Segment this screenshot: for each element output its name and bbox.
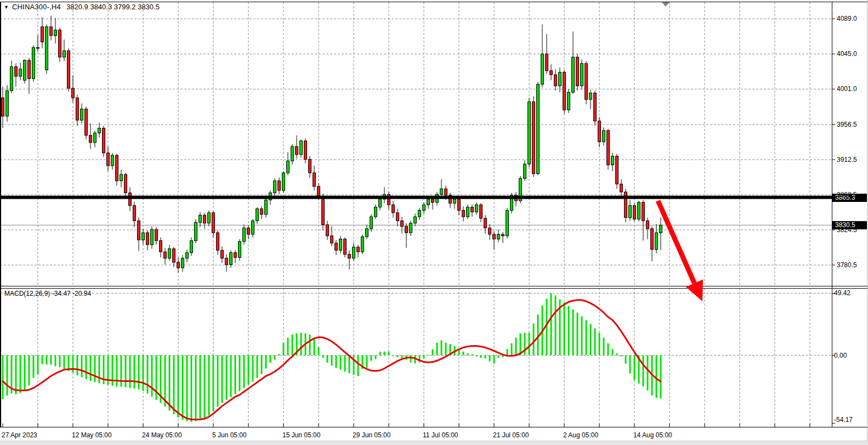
candle-down	[607, 131, 610, 165]
candle-down	[124, 174, 127, 193]
candle-up	[291, 147, 294, 161]
candle-up	[239, 241, 241, 257]
candle-down	[532, 102, 535, 174]
mt4-chart-window: ▼CHINA300-,H43820.9 3840.3 3799.2 3830.5…	[0, 0, 868, 445]
candle-down	[493, 234, 496, 239]
candle-down	[173, 249, 175, 262]
candle-down	[225, 258, 228, 265]
time-tick-label: 2 Aug 05:00	[563, 431, 598, 439]
candle-down	[37, 48, 39, 48]
candle-down	[484, 218, 487, 228]
candle-up	[339, 239, 342, 250]
chart-canvas[interactable]	[0, 0, 868, 445]
candle-down	[309, 159, 311, 173]
candle-up	[19, 69, 22, 76]
candle-down	[357, 247, 360, 252]
support-line[interactable]	[0, 196, 832, 199]
candle-up	[379, 199, 382, 207]
candle-up	[120, 174, 123, 181]
candle-down	[502, 234, 504, 236]
candle-down	[59, 30, 61, 57]
candle-up	[282, 173, 285, 190]
candle-up	[572, 57, 575, 92]
last-bar-marker-icon	[662, 2, 670, 7]
time-tick-label: 29 Jun 05:00	[353, 431, 390, 439]
candle-down	[445, 189, 447, 195]
candle-up	[410, 223, 412, 233]
candle-up	[195, 222, 197, 240]
candle-down	[317, 187, 320, 196]
macd-name: MACD(12,26,9)	[4, 290, 50, 297]
candle-down	[146, 233, 149, 245]
ohlc-readout: 3820.9 3840.3 3799.2 3830.5	[66, 3, 160, 11]
time-tick-label: 21 Jul 05:00	[493, 431, 529, 439]
candle-up	[361, 236, 364, 252]
candle-up	[300, 141, 303, 155]
candle-down	[458, 199, 461, 210]
candle-down	[396, 213, 399, 221]
candle-up	[423, 205, 426, 210]
candle-up	[265, 200, 268, 214]
candle-up	[353, 247, 355, 258]
candle-down	[546, 54, 548, 71]
window-bottom-strip	[0, 441, 868, 445]
candle-up	[274, 181, 276, 193]
candle-up	[287, 161, 290, 173]
macd-tick-label: 0.00	[834, 352, 847, 359]
candle-up	[6, 91, 9, 116]
candle-up	[440, 189, 443, 194]
candle-up	[655, 233, 658, 250]
candle-down	[646, 221, 649, 229]
price-tick-label: 4045.0	[837, 50, 857, 58]
symbol-timeframe-label: CHINA300-,H4	[12, 3, 61, 11]
candle-up	[46, 27, 48, 70]
candle-up	[418, 210, 421, 217]
candle-down	[41, 27, 44, 42]
candle-down	[480, 205, 483, 218]
candle-down	[2, 98, 4, 116]
candle-down	[550, 71, 553, 75]
candle-up	[366, 229, 368, 237]
candle-up	[208, 213, 211, 223]
candle-up	[98, 128, 101, 133]
symbol-dropdown-icon: ▼	[4, 4, 9, 10]
candle-up	[603, 131, 605, 142]
candle-down	[116, 155, 118, 181]
candle-down	[15, 67, 18, 76]
candle-up	[375, 207, 377, 217]
candle-up	[252, 221, 254, 234]
candle-up	[581, 64, 583, 86]
candle-down	[616, 156, 619, 184]
candle-up	[94, 133, 97, 142]
arrow-shaft[interactable]	[658, 201, 694, 283]
candle-up	[589, 93, 592, 100]
candle-down	[234, 252, 237, 257]
candle-down	[247, 228, 250, 234]
candle-up	[230, 252, 232, 264]
chart-title-row: ▼CHINA300-,H43820.9 3840.3 3799.2 3830.5	[4, 3, 160, 11]
top-margin	[0, 0, 868, 2]
candle-down	[160, 241, 162, 252]
candle-up	[186, 252, 189, 258]
price-tick-label: 4089.0	[837, 15, 857, 22]
candle-down	[432, 199, 434, 202]
candle-down	[304, 141, 307, 159]
support-trendline[interactable]	[0, 196, 832, 199]
candle-down	[72, 88, 75, 98]
candle-up	[568, 92, 570, 110]
candle-up	[638, 202, 640, 219]
candle-down	[348, 254, 351, 258]
candle-down	[642, 202, 645, 221]
candle-up	[168, 249, 171, 258]
price-tick-label: 3780.5	[837, 261, 857, 269]
time-tick-label: 27 Apr 2023	[2, 431, 37, 439]
candle-down	[633, 206, 636, 219]
candle-down	[89, 136, 92, 143]
candle-down	[217, 233, 219, 250]
candle-up	[427, 199, 430, 205]
candle-up	[54, 30, 57, 36]
candle-up	[453, 199, 456, 203]
candle-up	[414, 217, 417, 223]
candle-down	[103, 128, 105, 153]
last-bar-marker[interactable]	[662, 2, 670, 7]
